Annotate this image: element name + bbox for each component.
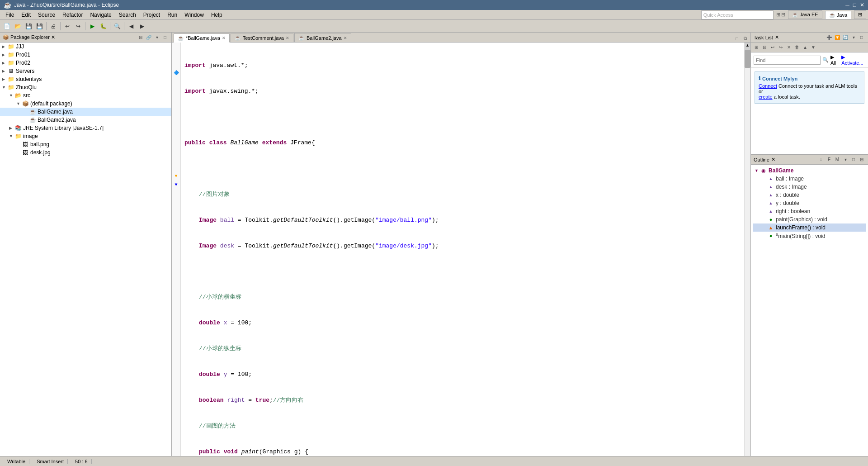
- task-tb-btn8[interactable]: ▼: [810, 44, 817, 51]
- close-btn[interactable]: ✕: [860, 2, 864, 8]
- tree-item-studentsys[interactable]: ▶ 📁 studentsys: [0, 75, 171, 83]
- new-btn[interactable]: 📄: [2, 21, 12, 31]
- menu-file[interactable]: File: [2, 11, 18, 19]
- editor-maximize-btn[interactable]: □: [733, 35, 741, 42]
- all-label: ▶ All: [830, 54, 840, 66]
- task-sync-btn[interactable]: 🔄: [842, 34, 849, 41]
- menu-edit[interactable]: Edit: [18, 11, 34, 19]
- outline-method-main[interactable]: ● Smain(String[]) : void: [753, 232, 866, 240]
- menu-search[interactable]: Search: [115, 11, 140, 19]
- tab-testcomment-close[interactable]: ✕: [286, 36, 289, 40]
- run-btn[interactable]: ▶: [87, 21, 97, 31]
- next-btn[interactable]: ▶: [137, 21, 147, 31]
- task-menu-btn[interactable]: ▾: [850, 34, 857, 41]
- code-editor[interactable]: import java.awt.*; import javax.swing.*;…: [181, 43, 744, 456]
- menu-project[interactable]: Project: [140, 11, 164, 19]
- connect-link[interactable]: Connect: [759, 83, 777, 89]
- tab-ballgame2[interactable]: ☕ BallGame2.java ✕: [294, 33, 351, 42]
- debug-btn[interactable]: 🐛: [98, 21, 108, 31]
- create-link[interactable]: create: [759, 94, 773, 100]
- outline-maximize-btn[interactable]: □: [850, 156, 857, 163]
- task-tb-btn5[interactable]: ✕: [785, 44, 793, 51]
- perspective-java-ee[interactable]: ☕ Java EE: [788, 10, 822, 19]
- separator3: [85, 22, 85, 30]
- separator5: [124, 22, 124, 30]
- outline-menu-btn[interactable]: ▾: [842, 156, 849, 163]
- outline-hide-fields-btn[interactable]: F: [826, 156, 833, 163]
- menu-refactor[interactable]: Refactor: [59, 11, 86, 19]
- tab-ballgame[interactable]: ☕ *BallGame.java ✕: [174, 33, 230, 43]
- link-with-editor-btn[interactable]: 🔗: [145, 34, 152, 41]
- tree-item-default-package[interactable]: ▼ 📦 (default package): [0, 100, 171, 108]
- outline-header: Outline ✕ ↕ F M ▾ □ ⊟: [751, 155, 868, 165]
- task-tb-btn4[interactable]: ↪: [777, 44, 784, 51]
- outline-method-paint[interactable]: ● paint(Graphics) : void: [753, 215, 866, 223]
- open-btn[interactable]: 📂: [13, 21, 23, 31]
- maximize-btn[interactable]: □: [853, 2, 856, 8]
- task-tb-btn3[interactable]: ↩: [769, 44, 776, 51]
- activate-link[interactable]: ▶ Activate...: [841, 54, 865, 66]
- task-new-btn[interactable]: ➕: [826, 34, 833, 41]
- editor-scrollbar[interactable]: ▲ ▼: [744, 43, 750, 456]
- save-all-btn[interactable]: 💾: [34, 21, 44, 31]
- tree-item-src[interactable]: ▼ 📂 src: [0, 91, 171, 100]
- tree-item-jjj[interactable]: ▶ 📁 JJJ: [0, 43, 171, 51]
- tree-item-zhuoqiu[interactable]: ▼ 📁 ZhuoQiu: [0, 83, 171, 91]
- tree-item-desk-jpg[interactable]: 🖼 desk.jpg: [0, 148, 171, 157]
- perspective-other[interactable]: ⊞: [854, 10, 866, 19]
- menu-navigate[interactable]: Navigate: [86, 11, 115, 19]
- outline-field-desk[interactable]: ▲ desk : Image: [753, 183, 866, 191]
- task-tb-btn7[interactable]: ▲: [802, 44, 809, 51]
- toolbar-icons: ⊞ ⊟: [776, 12, 785, 18]
- outline-field-ball[interactable]: ▲ ball : Image: [753, 175, 866, 183]
- task-list-title: Task List: [754, 35, 773, 40]
- tree-item-ballgame2-java[interactable]: ☕ BallGame2.java: [0, 116, 171, 124]
- tree-item-pro02[interactable]: ▶ 📁 Pro02: [0, 59, 171, 67]
- outline-method-launchframe[interactable]: ▲ launchFrame() : void: [753, 223, 866, 232]
- task-find-input[interactable]: [754, 56, 821, 65]
- collapse-all-btn[interactable]: ⊟: [137, 34, 144, 41]
- task-maximize-btn[interactable]: □: [858, 34, 865, 41]
- menu-help[interactable]: Help: [208, 11, 226, 19]
- task-tb-btn6[interactable]: 🗑: [793, 44, 801, 51]
- package-explorer-title: 📦 Package Explorer ✕: [3, 34, 55, 40]
- outline-collapse-btn[interactable]: ⊟: [858, 156, 865, 163]
- quick-access-input[interactable]: Quick Access: [701, 10, 774, 19]
- outline-field-right[interactable]: ▲ right : boolean: [753, 207, 866, 215]
- tab-testcomment-label: TestComment.java: [243, 35, 284, 41]
- menu-run[interactable]: Run: [164, 11, 181, 19]
- print-btn[interactable]: 🖨: [48, 21, 58, 31]
- tree-item-servers[interactable]: ▶ 🖥 Servers: [0, 67, 171, 75]
- tree-item-jre-library[interactable]: ▶ 📚 JRE System Library [JavaSE-1.7]: [0, 124, 171, 132]
- outline-sort-btn[interactable]: ↕: [817, 156, 825, 163]
- tab-ballgame2-close[interactable]: ✕: [344, 36, 347, 40]
- search-btn[interactable]: 🔍: [112, 21, 122, 31]
- outline-field-x[interactable]: ▲ x : double: [753, 191, 866, 199]
- editor-restore-btn[interactable]: ⧉: [741, 35, 749, 42]
- task-tb-btn1[interactable]: ⊞: [753, 44, 760, 51]
- tree-item-pro01[interactable]: ▶ 📁 Pro01: [0, 51, 171, 59]
- tab-testcomment[interactable]: ☕ TestComment.java ✕: [231, 33, 293, 42]
- tab-ballgame-close[interactable]: ✕: [222, 36, 226, 40]
- save-btn[interactable]: 💾: [24, 21, 33, 31]
- outline-class-ballgame[interactable]: ▼ ◉ BallGame: [753, 166, 866, 175]
- tree-item-ballgame-java[interactable]: ☕ BallGame.java: [0, 108, 171, 116]
- task-tb-btn2[interactable]: ⊟: [761, 44, 768, 51]
- minimize-btn[interactable]: ─: [845, 2, 849, 8]
- outline-field-y[interactable]: ▲ y : double: [753, 199, 866, 207]
- redo-btn[interactable]: ↪: [73, 21, 83, 31]
- menu-source[interactable]: Source: [34, 11, 59, 19]
- find-icon: 🔍: [822, 57, 829, 63]
- task-filter-btn[interactable]: 🔽: [834, 34, 841, 41]
- explorer-maximize-btn[interactable]: □: [161, 34, 169, 41]
- menu-window[interactable]: Window: [181, 11, 208, 19]
- tab-ballgame-icon: ☕: [178, 35, 184, 41]
- tree-item-image-folder[interactable]: ▼ 📁 image: [0, 132, 171, 140]
- tree-item-ball-png[interactable]: 🖼 ball.png: [0, 140, 171, 148]
- editor-content[interactable]: 🔷 ▼ ▼: [172, 43, 750, 456]
- outline-hide-methods-btn[interactable]: M: [834, 156, 841, 163]
- explorer-menu-btn[interactable]: ▾: [153, 34, 160, 41]
- perspective-java[interactable]: ☕ Java: [825, 11, 851, 19]
- undo-btn[interactable]: ↩: [62, 21, 72, 31]
- prev-btn[interactable]: ◀: [126, 21, 136, 31]
